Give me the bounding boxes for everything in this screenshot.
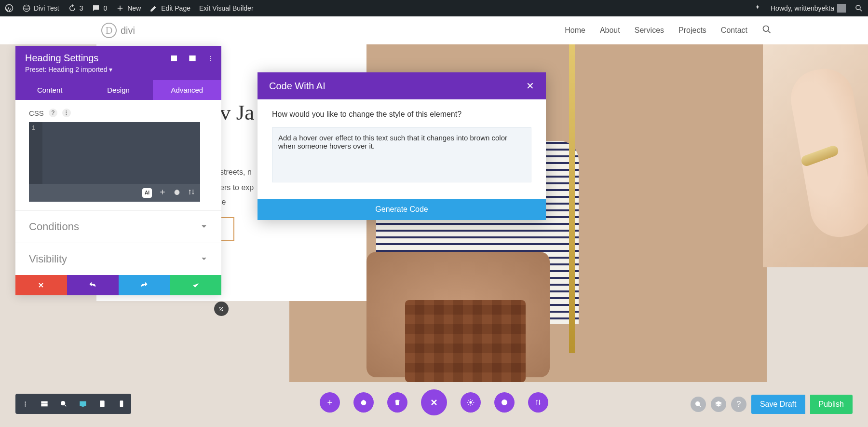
- add-icon[interactable]: [159, 188, 166, 198]
- ai-modal-header[interactable]: Code With AI ✕: [258, 72, 546, 99]
- edit-page-link[interactable]: Edit Page: [149, 4, 190, 13]
- generate-code-button[interactable]: Generate Code: [258, 199, 546, 220]
- close-icon[interactable]: ✕: [526, 80, 534, 92]
- site-name: Divi Test: [34, 4, 59, 12]
- zoom-button[interactable]: [691, 397, 706, 412]
- mobile-icon[interactable]: [112, 394, 131, 414]
- edit-page-label: Edit Page: [161, 4, 190, 12]
- tab-advanced[interactable]: Advanced: [153, 80, 221, 100]
- svg-point-23: [696, 402, 700, 406]
- wp-logo[interactable]: [5, 4, 14, 13]
- confirm-button[interactable]: [170, 275, 221, 295]
- bg-bag: [405, 300, 526, 382]
- avatar: [837, 4, 846, 13]
- tab-design[interactable]: Design: [84, 80, 152, 100]
- css-toolbar: AI: [29, 184, 200, 202]
- ai-prompt-input[interactable]: [272, 127, 531, 182]
- css-label: CSS: [29, 109, 44, 117]
- desktop-icon[interactable]: [73, 394, 93, 414]
- svg-point-2: [856, 5, 860, 10]
- tablet-icon[interactable]: [93, 394, 112, 414]
- css-code-area[interactable]: [42, 122, 200, 184]
- ai-question: How would you like to change the style o…: [272, 110, 531, 119]
- menu-icon[interactable]: [207, 55, 215, 64]
- nav-projects[interactable]: Projects: [678, 26, 706, 35]
- exit-visual-builder-link[interactable]: Exit Visual Builder: [199, 4, 254, 12]
- power-icon[interactable]: [173, 188, 181, 198]
- save-draft-button[interactable]: Save Draft: [751, 395, 805, 414]
- sort-icon[interactable]: [188, 188, 195, 198]
- comments-link[interactable]: 0: [92, 4, 107, 13]
- nav-services[interactable]: Services: [635, 26, 664, 35]
- svg-rect-18: [120, 401, 122, 407]
- page-text-line2: ers to exp: [220, 183, 254, 192]
- new-label: New: [127, 4, 141, 12]
- svg-rect-17: [100, 401, 104, 407]
- chevron-down-icon: [200, 220, 208, 233]
- css-menu-icon[interactable]: ⁝: [62, 109, 71, 117]
- search-icon[interactable]: [854, 4, 863, 13]
- updates-link[interactable]: 3: [68, 4, 83, 13]
- history-button[interactable]: [494, 392, 515, 413]
- layers-button[interactable]: [711, 397, 726, 412]
- drag-handle[interactable]: [214, 302, 229, 316]
- svg-rect-16: [80, 401, 86, 405]
- redo-button[interactable]: [119, 275, 170, 295]
- close-button[interactable]: [421, 389, 447, 415]
- svg-point-9: [210, 58, 211, 59]
- accordion-visibility[interactable]: Visibility: [15, 243, 221, 275]
- logo-icon: D: [101, 23, 117, 38]
- help-icon[interactable]: ?: [49, 109, 57, 117]
- tab-content[interactable]: Content: [15, 80, 84, 100]
- wp-admin-bar: Divi Test 3 0 New Edit Page Exit Visual …: [0, 0, 868, 16]
- publish-button[interactable]: Publish: [810, 395, 853, 414]
- sort-button[interactable]: [528, 392, 548, 413]
- site-logo[interactable]: D divi: [101, 23, 135, 38]
- svg-rect-13: [41, 401, 47, 403]
- css-gutter: 1: [29, 122, 42, 184]
- nav-search-icon[interactable]: [762, 25, 772, 36]
- sidebar-layout-icon[interactable]: [189, 55, 196, 64]
- help-button[interactable]: ?: [731, 397, 746, 412]
- howdy-text: Howdy, writtenbyekta: [771, 4, 834, 12]
- cancel-button[interactable]: [15, 275, 67, 295]
- settings-button[interactable]: [461, 392, 481, 413]
- site-name-link[interactable]: Divi Test: [22, 4, 59, 13]
- svg-rect-14: [41, 404, 47, 406]
- updates-count: 3: [80, 4, 83, 12]
- sparkle-icon[interactable]: [753, 4, 762, 13]
- ai-modal-title: Code With AI: [269, 81, 326, 92]
- svg-point-3: [763, 26, 769, 32]
- expand-icon[interactable]: [170, 55, 178, 64]
- settings-preset[interactable]: Preset: Heading 2 imported ▾: [25, 66, 212, 73]
- settings-panel: Heading Settings Preset: Heading 2 impor…: [15, 46, 221, 295]
- ai-icon[interactable]: AI: [142, 188, 152, 198]
- howdy-link[interactable]: Howdy, writtenbyekta: [771, 4, 846, 13]
- ai-modal: Code With AI ✕ How would you like to cha…: [258, 72, 546, 220]
- nav-about[interactable]: About: [600, 26, 620, 35]
- bottom-left-toolbar: ⁝: [15, 394, 131, 414]
- svg-point-8: [210, 56, 211, 57]
- css-editor[interactable]: 1 AI: [29, 122, 200, 202]
- delete-button[interactable]: [387, 392, 407, 413]
- settings-body: CSS ? ⁝ 1 AI: [15, 100, 221, 210]
- add-button[interactable]: [320, 392, 340, 413]
- zoom-icon[interactable]: [54, 394, 73, 414]
- new-link[interactable]: New: [116, 4, 141, 13]
- menu-icon[interactable]: ⁝: [15, 394, 35, 414]
- settings-tabs: Content Design Advanced: [15, 80, 221, 100]
- settings-header[interactable]: Heading Settings Preset: Heading 2 impor…: [15, 46, 221, 80]
- accordion-conditions[interactable]: Conditions: [15, 210, 221, 243]
- wireframe-icon[interactable]: [35, 394, 54, 414]
- cta-button-fragment[interactable]: [220, 217, 234, 241]
- undo-button[interactable]: [67, 275, 119, 295]
- power-button[interactable]: [353, 392, 374, 413]
- nav-contact[interactable]: Contact: [721, 26, 747, 35]
- chevron-down-icon: ▾: [109, 66, 112, 73]
- nav-home[interactable]: Home: [565, 26, 585, 35]
- svg-point-10: [210, 60, 211, 61]
- page-text-line1: streets, n: [220, 168, 252, 177]
- site-header: D divi Home About Services Projects Cont…: [0, 16, 868, 44]
- settings-footer: [15, 275, 221, 295]
- bottom-right-toolbar: ? Save Draft Publish: [691, 395, 853, 414]
